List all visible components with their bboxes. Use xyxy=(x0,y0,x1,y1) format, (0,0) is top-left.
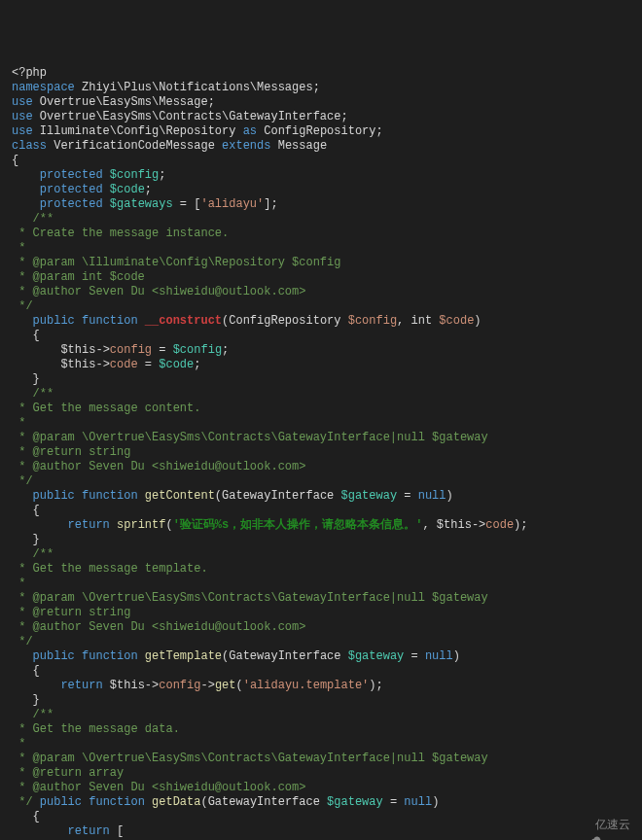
comment-author: * @author Seven Du <shiweidu@outlook.com… xyxy=(12,620,305,634)
null-keyword: null xyxy=(425,649,453,663)
equals: = xyxy=(404,649,425,663)
this-arrow: $this-> xyxy=(60,358,109,371)
equals: = xyxy=(383,795,405,809)
comment-param: * @param int $code xyxy=(12,270,145,284)
close: ); xyxy=(514,518,527,532)
namespace-path: Zhiyi\Plus\Notifications\Messages; xyxy=(82,81,320,94)
bracket-close: ]; xyxy=(264,197,277,211)
paren-open: ( xyxy=(235,679,242,692)
constructor: __construct xyxy=(145,314,222,328)
semicolon: ; xyxy=(222,343,229,357)
var-config: $config xyxy=(110,168,159,182)
keyword-function: function xyxy=(82,649,138,663)
this-arrow: $this-> xyxy=(60,343,109,357)
semicolon: ; xyxy=(159,168,165,182)
comment-param: * @param \Illuminate\Config\Repository $… xyxy=(12,256,340,269)
text xyxy=(145,795,152,809)
var-config: $config xyxy=(173,343,222,357)
keyword-function: function xyxy=(82,314,138,328)
null-keyword: null xyxy=(404,795,432,809)
use-path: Overtrue\EasySms\Message; xyxy=(40,95,215,109)
comment-star: * xyxy=(12,416,25,430)
text xyxy=(75,489,82,503)
text xyxy=(110,518,117,532)
keyword-use: use xyxy=(12,95,33,109)
function-name: getTemplate xyxy=(145,649,222,663)
comment-open: /** xyxy=(33,547,54,561)
arrow: -> xyxy=(200,679,214,692)
keyword-protected: protected xyxy=(40,168,103,182)
comment-close: */ xyxy=(12,635,33,648)
comment-open: /** xyxy=(33,708,54,721)
use-path: Overtrue\EasySms\Contracts\GatewayInterf… xyxy=(40,110,348,123)
comment-param: * @param \Overtrue\EasySms\Contracts\Gat… xyxy=(12,591,488,605)
sig-open: (GatewayInterface xyxy=(200,795,327,809)
code-block: <?php namespace Zhiyi\Plus\Notifications… xyxy=(12,66,630,840)
keyword-function: function xyxy=(82,489,138,503)
brace-close: } xyxy=(33,372,40,386)
paren-open: ( xyxy=(165,518,172,532)
string-alidayu: 'alidayu' xyxy=(200,197,264,211)
comment-star: * xyxy=(12,241,25,255)
comment-star: * xyxy=(12,577,25,590)
text xyxy=(75,314,82,328)
text xyxy=(75,649,82,663)
comment-open: /** xyxy=(33,387,54,401)
keyword-return: return xyxy=(68,824,110,838)
alias-name: ConfigRepository; xyxy=(264,124,382,138)
param-gateway: $gateway xyxy=(348,649,405,663)
keyword-protected: protected xyxy=(40,183,103,196)
use-path: Illuminate\Config\Repository xyxy=(40,124,236,138)
function-name: getContent xyxy=(145,489,215,503)
comment-star: * xyxy=(12,737,25,751)
comment-line: * Get the message content. xyxy=(12,402,200,415)
equals: = xyxy=(397,489,418,503)
comment-line: * Get the message template. xyxy=(12,562,208,576)
brace-open: { xyxy=(33,810,40,823)
text xyxy=(138,489,145,503)
cloud-icon xyxy=(578,819,591,832)
sig-close: ) xyxy=(474,314,481,328)
template-string: 'alidayu.template' xyxy=(243,679,370,692)
param-gateway: $gateway xyxy=(340,489,397,503)
method-get: get xyxy=(215,679,236,692)
keyword-public: public xyxy=(33,489,75,503)
comment-return: * @return string xyxy=(12,606,130,619)
brace-open: { xyxy=(33,504,40,517)
watermark: 亿速云 xyxy=(578,818,630,832)
comment-return: * @return array xyxy=(12,766,124,780)
watermark-text: 亿速云 xyxy=(595,818,630,832)
sig-open: (GatewayInterface xyxy=(222,649,348,663)
equals: = xyxy=(152,343,173,357)
brace-open: { xyxy=(33,664,40,678)
prop-config: config xyxy=(110,343,152,357)
text xyxy=(33,110,40,123)
text xyxy=(138,314,145,328)
brace-close: } xyxy=(33,693,40,707)
sig-mid: , int xyxy=(397,314,439,328)
equals-bracket: = [ xyxy=(173,197,201,211)
prop-code: code xyxy=(110,358,138,371)
var-code: $code xyxy=(110,183,145,196)
keyword-function: function xyxy=(89,795,145,809)
sig-open: (GatewayInterface xyxy=(215,489,341,503)
comment-close: */ xyxy=(12,474,33,488)
comment-open: /** xyxy=(33,212,54,226)
text xyxy=(235,124,242,138)
prop-code: code xyxy=(485,518,514,532)
text xyxy=(33,124,40,138)
close-paren: ) xyxy=(446,489,453,503)
brace-open: { xyxy=(12,154,18,167)
keyword-as: as xyxy=(243,124,257,138)
keyword-use: use xyxy=(12,124,33,138)
comment-close: */ xyxy=(12,299,33,313)
param-code: $code xyxy=(439,314,474,328)
text xyxy=(75,81,82,94)
param-gateway: $gateway xyxy=(327,795,383,809)
param-config: $config xyxy=(348,314,397,328)
keyword-public: public xyxy=(40,795,82,809)
comment-line: * Create the message instance. xyxy=(12,227,229,240)
comment-author: * @author Seven Du <shiweidu@outlook.com… xyxy=(12,460,305,473)
comment-author: * @author Seven Du <shiweidu@outlook.com… xyxy=(12,781,305,794)
comment-close: */ xyxy=(12,795,40,809)
